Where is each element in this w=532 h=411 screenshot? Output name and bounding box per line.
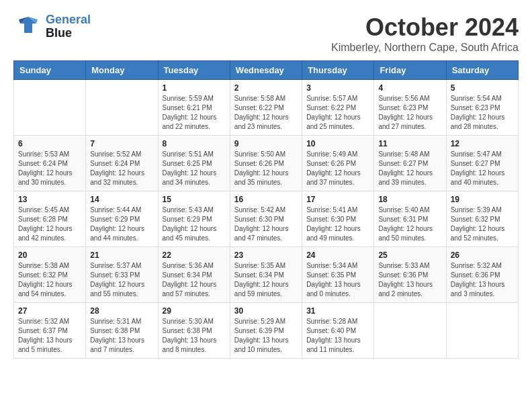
table-row: 31Sunrise: 5:28 AM Sunset: 6:40 PM Dayli… xyxy=(302,303,374,359)
table-row xyxy=(14,80,86,136)
day-number: 2 xyxy=(234,83,298,93)
day-info: Sunrise: 5:44 AM Sunset: 6:29 PM Dayligh… xyxy=(90,205,153,243)
table-row: 13Sunrise: 5:45 AM Sunset: 6:28 PM Dayli… xyxy=(14,191,86,247)
day-number: 20 xyxy=(18,250,81,260)
day-info: Sunrise: 5:50 AM Sunset: 6:26 PM Dayligh… xyxy=(234,150,298,187)
day-number: 5 xyxy=(451,83,514,93)
table-row: 25Sunrise: 5:33 AM Sunset: 6:36 PM Dayli… xyxy=(374,247,446,303)
day-number: 25 xyxy=(378,250,441,260)
col-thursday: Thursday xyxy=(302,61,374,80)
day-info: Sunrise: 5:35 AM Sunset: 6:34 PM Dayligh… xyxy=(234,261,298,299)
table-row: 5Sunrise: 5:54 AM Sunset: 6:23 PM Daylig… xyxy=(446,80,518,136)
day-number: 21 xyxy=(90,250,153,260)
day-number: 23 xyxy=(234,250,298,260)
table-row: 7Sunrise: 5:52 AM Sunset: 6:24 PM Daylig… xyxy=(86,136,158,191)
day-number: 28 xyxy=(90,306,153,316)
day-info: Sunrise: 5:47 AM Sunset: 6:27 PM Dayligh… xyxy=(451,150,514,187)
day-info: Sunrise: 5:41 AM Sunset: 6:30 PM Dayligh… xyxy=(306,205,369,243)
day-info: Sunrise: 5:38 AM Sunset: 6:32 PM Dayligh… xyxy=(18,261,81,299)
day-number: 16 xyxy=(234,195,298,204)
day-info: Sunrise: 5:45 AM Sunset: 6:28 PM Dayligh… xyxy=(18,205,81,243)
day-info: Sunrise: 5:32 AM Sunset: 6:37 PM Dayligh… xyxy=(18,317,81,355)
month-title: October 2024 xyxy=(331,13,519,42)
calendar-week-row: 27Sunrise: 5:32 AM Sunset: 6:37 PM Dayli… xyxy=(14,303,519,359)
day-info: Sunrise: 5:34 AM Sunset: 6:35 PM Dayligh… xyxy=(306,261,369,299)
table-row: 27Sunrise: 5:32 AM Sunset: 6:37 PM Dayli… xyxy=(14,303,86,359)
day-number: 18 xyxy=(378,195,441,204)
logo: General Blue xyxy=(13,13,91,40)
day-number: 9 xyxy=(234,139,298,148)
table-row: 4Sunrise: 5:56 AM Sunset: 6:23 PM Daylig… xyxy=(374,80,446,136)
day-info: Sunrise: 5:49 AM Sunset: 6:26 PM Dayligh… xyxy=(306,150,369,187)
col-monday: Monday xyxy=(86,61,158,80)
day-info: Sunrise: 5:56 AM Sunset: 6:23 PM Dayligh… xyxy=(378,94,441,132)
day-info: Sunrise: 5:57 AM Sunset: 6:22 PM Dayligh… xyxy=(306,94,369,132)
day-number: 24 xyxy=(306,250,369,260)
day-info: Sunrise: 5:31 AM Sunset: 6:38 PM Dayligh… xyxy=(90,317,153,355)
calendar-header-row: Sunday Monday Tuesday Wednesday Thursday… xyxy=(14,61,519,80)
day-number: 29 xyxy=(163,306,226,316)
day-info: Sunrise: 5:52 AM Sunset: 6:24 PM Dayligh… xyxy=(90,150,153,187)
day-info: Sunrise: 5:59 AM Sunset: 6:21 PM Dayligh… xyxy=(163,94,226,132)
day-number: 14 xyxy=(90,195,153,204)
day-number: 22 xyxy=(163,250,226,260)
table-row: 2Sunrise: 5:58 AM Sunset: 6:22 PM Daylig… xyxy=(230,80,302,136)
day-info: Sunrise: 5:30 AM Sunset: 6:38 PM Dayligh… xyxy=(163,317,226,355)
day-number: 6 xyxy=(18,139,81,148)
day-number: 4 xyxy=(378,83,441,93)
day-number: 12 xyxy=(451,139,514,148)
table-row: 24Sunrise: 5:34 AM Sunset: 6:35 PM Dayli… xyxy=(302,247,374,303)
day-number: 10 xyxy=(306,139,369,148)
day-info: Sunrise: 5:40 AM Sunset: 6:31 PM Dayligh… xyxy=(378,205,441,243)
table-row: 22Sunrise: 5:36 AM Sunset: 6:34 PM Dayli… xyxy=(158,247,230,303)
day-info: Sunrise: 5:39 AM Sunset: 6:32 PM Dayligh… xyxy=(451,205,514,243)
day-info: Sunrise: 5:42 AM Sunset: 6:30 PM Dayligh… xyxy=(234,205,298,243)
day-info: Sunrise: 5:33 AM Sunset: 6:36 PM Dayligh… xyxy=(378,261,441,299)
calendar-week-row: 20Sunrise: 5:38 AM Sunset: 6:32 PM Dayli… xyxy=(14,247,519,303)
day-info: Sunrise: 5:37 AM Sunset: 6:33 PM Dayligh… xyxy=(90,261,153,299)
day-number: 19 xyxy=(451,195,514,204)
day-info: Sunrise: 5:29 AM Sunset: 6:39 PM Dayligh… xyxy=(234,317,298,355)
day-info: Sunrise: 5:51 AM Sunset: 6:25 PM Dayligh… xyxy=(163,150,226,187)
day-number: 8 xyxy=(163,139,226,148)
logo-line1: General xyxy=(46,13,91,26)
day-info: Sunrise: 5:54 AM Sunset: 6:23 PM Dayligh… xyxy=(451,94,514,132)
table-row xyxy=(446,303,518,359)
table-row: 8Sunrise: 5:51 AM Sunset: 6:25 PM Daylig… xyxy=(158,136,230,191)
table-row: 14Sunrise: 5:44 AM Sunset: 6:29 PM Dayli… xyxy=(86,191,158,247)
calendar-week-row: 6Sunrise: 5:53 AM Sunset: 6:24 PM Daylig… xyxy=(14,136,519,191)
day-number: 26 xyxy=(451,250,514,260)
col-tuesday: Tuesday xyxy=(158,61,230,80)
table-row: 6Sunrise: 5:53 AM Sunset: 6:24 PM Daylig… xyxy=(14,136,86,191)
table-row: 28Sunrise: 5:31 AM Sunset: 6:38 PM Dayli… xyxy=(86,303,158,359)
day-info: Sunrise: 5:43 AM Sunset: 6:29 PM Dayligh… xyxy=(163,205,226,243)
page-header: General Blue October 2024 Kimberley, Nor… xyxy=(13,13,519,54)
table-row: 3Sunrise: 5:57 AM Sunset: 6:22 PM Daylig… xyxy=(302,80,374,136)
col-sunday: Sunday xyxy=(14,61,86,80)
table-row: 26Sunrise: 5:32 AM Sunset: 6:36 PM Dayli… xyxy=(446,247,518,303)
table-row: 1Sunrise: 5:59 AM Sunset: 6:21 PM Daylig… xyxy=(158,80,230,136)
table-row: 21Sunrise: 5:37 AM Sunset: 6:33 PM Dayli… xyxy=(86,247,158,303)
table-row: 17Sunrise: 5:41 AM Sunset: 6:30 PM Dayli… xyxy=(302,191,374,247)
col-saturday: Saturday xyxy=(446,61,518,80)
table-row: 9Sunrise: 5:50 AM Sunset: 6:26 PM Daylig… xyxy=(230,136,302,191)
table-row xyxy=(86,80,158,136)
table-row: 19Sunrise: 5:39 AM Sunset: 6:32 PM Dayli… xyxy=(446,191,518,247)
table-row: 11Sunrise: 5:48 AM Sunset: 6:27 PM Dayli… xyxy=(374,136,446,191)
table-row: 15Sunrise: 5:43 AM Sunset: 6:29 PM Dayli… xyxy=(158,191,230,247)
table-row: 10Sunrise: 5:49 AM Sunset: 6:26 PM Dayli… xyxy=(302,136,374,191)
table-row: 20Sunrise: 5:38 AM Sunset: 6:32 PM Dayli… xyxy=(14,247,86,303)
day-number: 3 xyxy=(306,83,369,93)
day-number: 15 xyxy=(163,195,226,204)
day-info: Sunrise: 5:48 AM Sunset: 6:27 PM Dayligh… xyxy=(378,150,441,187)
day-info: Sunrise: 5:36 AM Sunset: 6:34 PM Dayligh… xyxy=(163,261,226,299)
logo-icon xyxy=(13,14,43,40)
day-number: 30 xyxy=(234,306,298,316)
day-number: 7 xyxy=(90,139,153,148)
day-info: Sunrise: 5:32 AM Sunset: 6:36 PM Dayligh… xyxy=(451,261,514,299)
calendar-week-row: 13Sunrise: 5:45 AM Sunset: 6:28 PM Dayli… xyxy=(14,191,519,247)
table-row: 16Sunrise: 5:42 AM Sunset: 6:30 PM Dayli… xyxy=(230,191,302,247)
logo-line2: Blue xyxy=(46,26,72,40)
title-block: October 2024 Kimberley, Northern Cape, S… xyxy=(331,13,519,54)
day-number: 13 xyxy=(18,195,81,204)
